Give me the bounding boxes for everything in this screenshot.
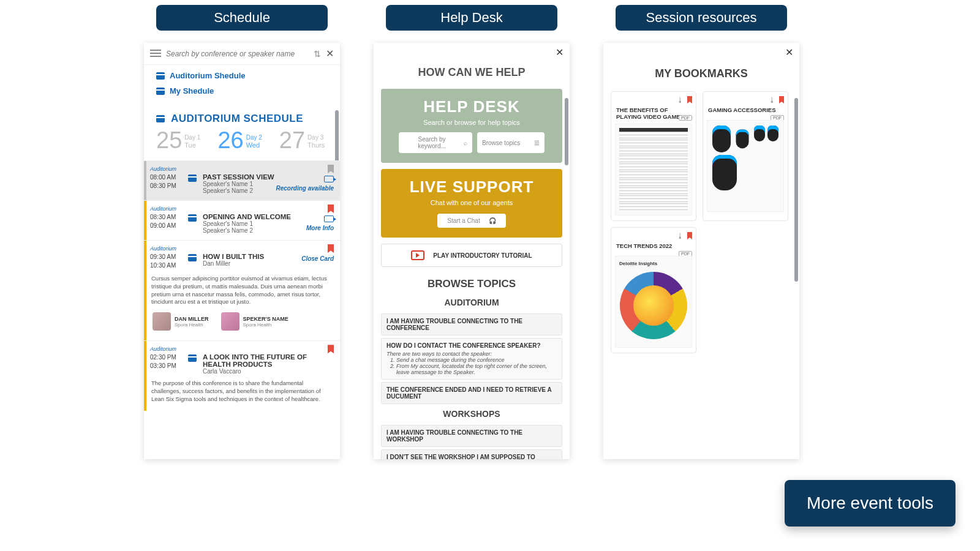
recording-link[interactable]: Recording available [276,185,334,192]
bookmark-icon[interactable] [328,244,334,253]
bookmarks-panel: ✕ MY BOOKMARKS ⭳ THE BENEFITS OF PLAYING… [603,43,799,459]
list-icon: ☰ [534,140,540,146]
session-type-icon [188,174,197,182]
search-icon: ⌕ [464,140,467,146]
bookmark-icon[interactable] [328,345,334,353]
help-panel: ✕ HOW CAN WE HELP HELP DESK Search or br… [374,43,570,459]
search-input[interactable] [166,50,309,58]
filter-icon[interactable]: ⇅ [314,49,321,59]
faq-item[interactable]: I DON'T SEE THE WORKSHOP I AM SUPPOSED T… [381,449,562,459]
video-icon[interactable] [324,216,334,222]
browse-topics-button[interactable]: Browse topics☰ [477,132,545,153]
calendar-icon [156,88,165,95]
pdf-badge: PDF [679,115,692,121]
day-25[interactable]: 25Day 1Tue [156,129,200,152]
calendar-icon [156,72,165,80]
category-workshops: WORKSHOPS [374,407,570,422]
faq-item[interactable]: THE CONFERENCE ENDED AND I NEED TO RETRI… [381,382,562,404]
speaker-card[interactable]: SPEKER'S NAMESpora Health [221,312,288,331]
more-event-tools-button[interactable]: More event tools [785,480,956,527]
help-title: HOW CAN WE HELP [374,43,570,89]
faq-item-expanded[interactable]: HOW DO I CONTACT THE CONFERENCE SPEAKER?… [381,338,562,380]
bookmark-icon[interactable] [687,232,692,239]
avatar [153,312,171,331]
play-icon [411,250,424,260]
document-thumbnail [707,120,784,212]
speaker-card[interactable]: DAN MILLERSpora Health [153,312,209,331]
faq-item[interactable]: I AM HAVING TROUBLE CONNECTING TO THE CO… [381,313,562,335]
headset-icon: 🎧 [489,217,496,224]
scrollbar-thumb[interactable] [565,98,568,165]
video-icon[interactable] [324,176,334,182]
scrollbar-thumb[interactable] [794,98,798,282]
close-icon[interactable]: ✕ [785,47,793,58]
calendar-icon [156,115,165,122]
day-selector: 25Day 1Tue 26Day 2Wed 27Day 3Thurs [144,129,340,160]
bookmark-icon[interactable] [779,96,784,103]
document-thumbnail: Deloitte Insights [615,256,692,348]
play-tutorial-button[interactable]: PLAY INTRODUCTORY TUTORIAL [381,244,562,267]
bookmark-card[interactable]: ⭳ GAMING ACCESSORIES PDF [703,91,788,221]
schedule-topbar: ⇅ ✕ [144,43,340,65]
resources-column: Session resources ✕ MY BOOKMARKS ⭳ THE B… [603,5,799,459]
close-card-link[interactable]: Close Card [301,255,334,262]
start-chat-button[interactable]: Start a Chat🎧 [437,214,505,228]
help-pill: Help Desk [386,5,557,31]
help-column: Help Desk ✕ HOW CAN WE HELP HELP DESK Se… [374,5,570,459]
session-past[interactable]: Auditorium Recording available 08:00 AM0… [144,160,340,200]
faq-item[interactable]: I AM HAVING TROUBLE CONNECTING TO THE WO… [381,425,562,447]
day-27[interactable]: 27Day 3Thurs [279,129,325,152]
session-type-icon [188,254,197,261]
help-search-input[interactable]: Search by keyword...⌕ [399,132,472,153]
bookmark-icon[interactable] [328,204,334,213]
session-opening[interactable]: Auditorium More Info 08:30 AM09:00 AM OP… [144,200,340,240]
download-icon[interactable]: ⭳ [677,232,684,239]
session-type-icon [188,214,197,222]
schedule-pill: Schedule [156,5,328,31]
avatar [221,312,239,331]
schedule-column: Schedule ⇅ ✕ Auditorium Shedule My Shedu… [144,5,340,459]
close-icon[interactable]: ✕ [556,47,564,58]
schedule-heading: AUDITORIUM SCHEDULE [144,104,340,129]
bookmark-icon[interactable] [687,96,692,103]
help-desk-card: HELP DESK Search or browse for help topi… [381,89,562,163]
schedule-panel: ⇅ ✕ Auditorium Shedule My Shedule AUDITO… [144,43,340,459]
live-support-card: LIVE SUPPORT Chat with one of our agents… [381,169,562,238]
bookmarks-title: MY BOOKMARKS [603,43,799,91]
bookmark-icon[interactable] [328,165,334,173]
download-icon[interactable]: ⭳ [677,96,684,103]
category-auditorium: AUDITORIUM [374,295,570,311]
browse-topics-heading: BROWSE TOPICS [374,276,570,295]
session-how-i-built[interactable]: Auditorium Close Card 09:30 AM10:30 AM H… [144,240,340,340]
hamburger-icon[interactable] [150,50,161,58]
resources-pill: Session resources [616,5,787,31]
session-type-icon [188,354,197,362]
more-info-link[interactable]: More Info [306,225,334,231]
day-26[interactable]: 26Day 2Wed [217,129,262,152]
close-icon[interactable]: ✕ [326,48,334,59]
auditorium-schedule-link[interactable]: Auditorium Shedule [156,71,328,80]
bookmark-card[interactable]: ⭳ THE BENEFITS OF PLAYING VIDEO GAMES PD… [611,91,696,221]
download-icon[interactable]: ⭳ [769,96,775,103]
bookmark-card[interactable]: ⭳ TECH TRENDS 2022 PDF Deloitte Insights [611,227,696,353]
my-schedule-link[interactable]: My Shedule [156,86,328,96]
session-future-health[interactable]: Auditorium 02:30 PM03:30 PM A LOOK INTO … [144,340,340,410]
document-thumbnail [615,124,692,216]
